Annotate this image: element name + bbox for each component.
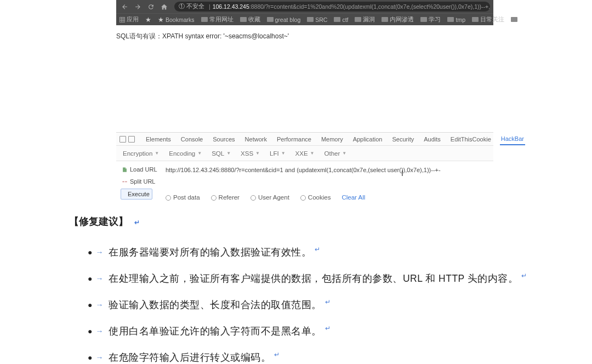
opt-useragent[interactable]: User Agent (251, 194, 289, 201)
tab-sources[interactable]: Sources (212, 134, 236, 145)
device-icon[interactable] (128, 136, 135, 143)
forward-icon[interactable] (133, 2, 143, 12)
url-host: 106.12.43.245 (213, 3, 249, 10)
folder-icon (334, 17, 340, 22)
chevron-down-icon: ▼ (281, 151, 286, 156)
bm-folder-more[interactable] (511, 17, 517, 22)
tab-audits[interactable]: Audits (423, 134, 442, 145)
inspect-icon[interactable] (119, 136, 126, 143)
tab-hackbar[interactable]: HackBar (500, 133, 525, 145)
screenshot-area: ① 不安全 | 106.12.43.245 :8880/?r=content&c… (116, 0, 493, 205)
subtab-encoding[interactable]: Encoding▼ (169, 150, 202, 157)
tab-memory[interactable]: Memory (320, 134, 344, 145)
bm-star-placeholder[interactable]: ★ (145, 16, 151, 24)
chevron-down-icon: ▼ (342, 151, 346, 156)
tab-network[interactable]: Network (244, 134, 268, 145)
load-url-button[interactable]: Load URL (121, 164, 159, 174)
subtab-encryption[interactable]: Encryption▼ (123, 150, 159, 157)
document-section: 【修复建议】 ↵ ● → 在服务器端要对所有的输入数据验证有效性。 ↵ ● → … (0, 205, 592, 364)
browser-nav-bar: ① 不安全 | 106.12.43.245 :8880/?r=content&c… (116, 0, 493, 13)
bm-bookmarks[interactable]: ★Bookmarks (158, 16, 195, 24)
chevron-down-icon: ▼ (197, 151, 202, 156)
bm-folder-2[interactable]: great blog (267, 16, 301, 23)
subtab-xxe[interactable]: XXE▼ (295, 150, 315, 157)
bullet-icon: ● (88, 244, 92, 260)
home-icon[interactable] (159, 2, 169, 12)
tab-elements[interactable]: Elements (145, 134, 172, 145)
list-item: ● → 在危险字符输入后进行转义或编码。 ↵ (88, 350, 523, 364)
tab-arrow-icon: → (95, 350, 103, 364)
chevron-down-icon: ▼ (255, 151, 260, 156)
devtools-panel: Elements Console Sources Network Perform… (116, 132, 493, 205)
radio-icon (211, 195, 217, 201)
bm-folder-4[interactable]: ctf (334, 16, 348, 23)
execute-button[interactable]: Execute (121, 189, 152, 200)
chevron-down-icon: ▼ (310, 151, 315, 156)
tab-editthiscookie[interactable]: EditThisCookie (449, 134, 492, 145)
url-path: :8880/?r=content&cid=1%20and%20(updatexm… (249, 3, 490, 10)
bm-folder-1[interactable]: 收藏 (240, 16, 260, 24)
bullet-icon: ● (88, 350, 92, 364)
return-mark-icon: ↵ (134, 219, 140, 226)
return-mark-icon: ↵ (521, 271, 527, 281)
return-mark-icon: ↵ (315, 244, 320, 255)
subtab-other[interactable]: Other▼ (325, 150, 347, 157)
subtab-xss[interactable]: XSS▼ (241, 150, 260, 157)
opt-referer[interactable]: Referer (211, 194, 240, 201)
radio-icon (166, 195, 171, 201)
tab-arrow-icon: → (95, 271, 103, 286)
back-icon[interactable] (119, 2, 129, 12)
apps-button[interactable]: 应用 (119, 16, 139, 24)
list-item: ● → 使用白名单验证允许的输入字符而不是黑名单。 ↵ (88, 323, 523, 339)
star-icon: ★ (158, 16, 164, 24)
bm-folder-0[interactable]: 常用网址 (201, 16, 234, 24)
tab-arrow-icon: → (95, 244, 103, 260)
subtab-lfi[interactable]: LFI▼ (270, 150, 286, 157)
list-item: ● → 在服务器端要对所有的输入数据验证有效性。 ↵ (88, 244, 523, 260)
doc-heading: 【修复建议】 ↵ (69, 215, 523, 228)
return-mark-icon: ↵ (325, 323, 331, 334)
bm-folder-8[interactable]: tmp (447, 16, 465, 23)
bm-folder-9[interactable]: 日常关注 (472, 16, 504, 24)
subtab-sql[interactable]: SQL▼ (212, 150, 231, 157)
folder-icon (472, 17, 479, 22)
return-mark-icon: ↵ (325, 297, 331, 308)
folder-icon (420, 17, 427, 22)
apps-icon (119, 17, 125, 22)
tab-performance[interactable]: Performance (276, 134, 312, 145)
opt-cookies[interactable]: Cookies (300, 194, 331, 201)
tab-security[interactable]: Security (391, 134, 415, 145)
split-icon (122, 179, 128, 185)
split-url-button[interactable]: Split URL (121, 177, 159, 186)
tab-console[interactable]: Console (180, 134, 204, 145)
bm-folder-3[interactable]: SRC (307, 16, 327, 23)
bullet-icon: ● (88, 297, 92, 312)
doc-list: ● → 在服务器端要对所有的输入数据验证有效性。 ↵ ● → 在处理输入之前，验… (69, 244, 523, 364)
hackbar-main: http://106.12.43.245:8880/?r=content&cid… (166, 164, 489, 202)
tab-application[interactable]: Application (352, 134, 384, 145)
clear-all-link[interactable]: Clear All (341, 194, 365, 201)
folder-icon (355, 17, 361, 22)
bm-folder-5[interactable]: 漏洞 (355, 16, 375, 24)
sql-error-text: SQL语句有误：XPATH syntax error: '~seacms@loc… (116, 32, 289, 40)
load-icon (122, 167, 128, 173)
bm-folder-7[interactable]: 学习 (420, 16, 441, 24)
radio-icon (300, 195, 306, 201)
devtools-inspector-icons[interactable] (119, 136, 135, 143)
folder-icon (447, 17, 454, 22)
reload-icon[interactable] (146, 2, 156, 12)
folder-icon (201, 17, 208, 22)
return-mark-icon: ↵ (274, 350, 280, 360)
bm-folder-6[interactable]: 内网渗透 (382, 16, 414, 24)
devtools-tabs: Elements Console Sources Network Perform… (116, 133, 493, 146)
hackbar-url-input[interactable]: http://106.12.43.245:8880/?r=content&cid… (166, 164, 489, 175)
opt-postdata[interactable]: Post data (166, 194, 200, 201)
bookmarks-bar: 应用 ★ ★Bookmarks 常用网址 收藏 great blog SRC c… (116, 13, 493, 25)
text-cursor-icon: I (401, 169, 402, 177)
hackbar-controls: Load URL Split URL Execute (121, 164, 159, 202)
bullet-icon: ● (88, 323, 92, 339)
list-item: ● → 在处理输入之前，验证所有客户端提供的数据，包括所有的参数、URL 和 H… (88, 271, 523, 286)
url-bar[interactable]: ① 不安全 | 106.12.43.245 :8880/?r=content&c… (174, 2, 490, 12)
tab-arrow-icon: → (95, 297, 103, 312)
bullet-icon: ● (88, 271, 92, 286)
